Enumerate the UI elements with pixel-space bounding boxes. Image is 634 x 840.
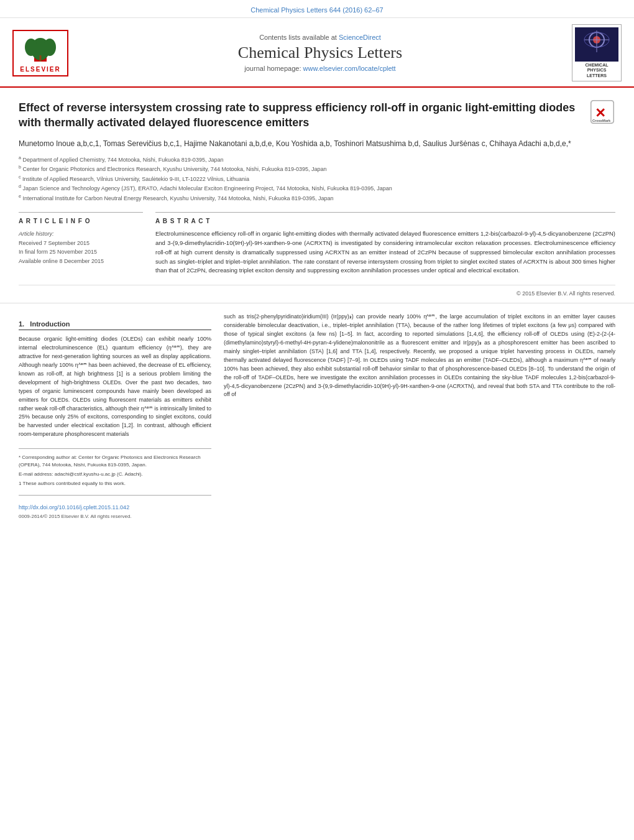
issn-text: 0009-2614/© 2015 Elsevier B.V. All right… (19, 514, 211, 519)
footnote-area: * Corresponding author at: Center for Or… (19, 448, 211, 487)
footnote-corresponding: * Corresponding author at: Center for Or… (19, 454, 211, 469)
top-bar: Chemical Physics Letters 644 (2016) 62–6… (0, 0, 634, 18)
main-content: 1. Introduction Because organic light-em… (0, 303, 634, 528)
right-column: such as tris(2-phenylpyridinato)iridium(… (224, 313, 615, 519)
authors: Munetomo Inoue a,b,c,1, Tomas Serevičius… (19, 138, 615, 150)
svg-text:CrossMark: CrossMark (592, 119, 611, 122)
page: Chemical Physics Letters 644 (2016) 62–6… (0, 0, 634, 840)
crossmark: ✕ CrossMark (590, 100, 615, 124)
affiliation-b: b Center for Organic Photonics and Elect… (19, 164, 615, 174)
right-body-text: such as tris(2-phenylpyridinato)iridium(… (224, 313, 615, 399)
article-title: Effect of reverse intersystem crossing r… (19, 100, 584, 131)
history-title: Article history: (19, 229, 143, 238)
abstract-text: Electroluminescence efficiency roll-off … (155, 229, 615, 275)
crossmark-icon: ✕ CrossMark (590, 100, 614, 124)
abstract-section: A B S T R A C T Electroluminescence effi… (155, 212, 615, 275)
received-date: Received 7 September 2015 (19, 239, 143, 247)
footnote-equal: 1 These authors contributed equally to t… (19, 480, 211, 487)
article-history: Article history: Received 7 September 20… (19, 229, 143, 265)
affiliation-c: c Institute of Applied Research, Vilnius… (19, 174, 615, 184)
affiliation-d: d Japan Science and Technology Agency (J… (19, 183, 615, 193)
journal-title: Chemical Physics Letters (75, 44, 566, 62)
article-info-title: A R T I C L E I N F O (19, 218, 143, 224)
journal-logo-right: CHEMICALPHYSICSLETTERS (572, 24, 622, 81)
contents-available-text: Contents lists available at ScienceDirec… (75, 34, 566, 41)
journal-homepage: journal homepage: www.elsevier.com/locat… (75, 65, 566, 72)
sciencedirect-link[interactable]: ScienceDirect (339, 34, 381, 41)
article-area: Effect of reverse intersystem crossing r… (0, 88, 634, 303)
article-info: A R T I C L E I N F O Article history: R… (19, 212, 143, 275)
elsevier-text: ELSEVIER (20, 66, 60, 73)
journal-citation: Chemical Physics Letters 644 (2016) 62–6… (250, 6, 383, 14)
copyright: © 2015 Elsevier B.V. All rights reserved… (19, 285, 615, 297)
svg-point-3 (44, 39, 56, 56)
final-form-date: In final form 25 November 2015 (19, 247, 143, 256)
journal-header: ELSEVIER Contents lists available at Sci… (0, 18, 634, 88)
section-number: 1. (19, 320, 24, 328)
doi-link[interactable]: http://dx.doi.org/10.1016/j.cplett.2015.… (19, 504, 129, 510)
affiliation-a: a Department of Applied Chemistry, 744 M… (19, 155, 615, 165)
elsevier-tree-icon (22, 34, 59, 65)
svg-point-2 (25, 39, 37, 56)
svg-text:✕: ✕ (595, 106, 606, 120)
journal-logo-icon (575, 27, 618, 62)
affiliation-e: e International Institute for Carbon Neu… (19, 193, 615, 203)
left-column: 1. Introduction Because organic light-em… (19, 313, 211, 519)
available-online-date: Available online 8 December 2015 (19, 257, 143, 265)
section-1-title: 1. Introduction (19, 320, 211, 330)
section-name: Introduction (30, 320, 70, 328)
affiliations: a Department of Applied Chemistry, 744 M… (19, 155, 615, 203)
doi-section: http://dx.doi.org/10.1016/j.cplett.2015.… (19, 495, 211, 519)
journal-logo-img (575, 27, 618, 62)
homepage-link[interactable]: www.elsevier.com/locate/cplett (303, 65, 396, 72)
article-title-section: Effect of reverse intersystem crossing r… (19, 100, 615, 131)
info-abstract-columns: A R T I C L E I N F O Article history: R… (19, 212, 615, 275)
elsevier-logo: ELSEVIER (12, 30, 68, 76)
left-body-text: Because organic light-emitting diodes (O… (19, 335, 211, 439)
journal-header-middle: Contents lists available at ScienceDirec… (75, 34, 566, 72)
abstract-title: A B S T R A C T (155, 218, 615, 224)
footnote-email: E-mail address: adachi@cstf.kyushu-u.ac.… (19, 471, 211, 478)
